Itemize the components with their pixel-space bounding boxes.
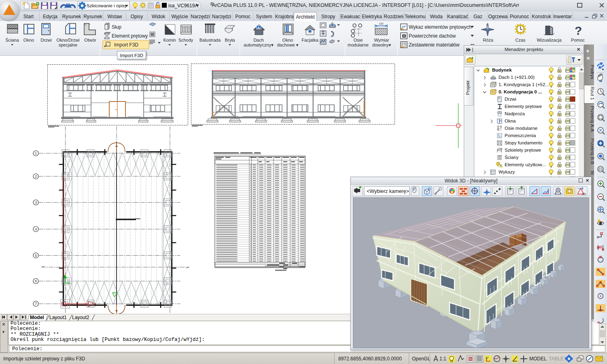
svg-text:4: 4 bbox=[35, 227, 37, 231]
svg-text:100: 100 bbox=[379, 22, 384, 25]
svg-text:Szkicowanie i opisy: Szkicowanie i opisy bbox=[87, 3, 127, 8]
svg-text:6: 6 bbox=[35, 279, 37, 283]
svg-text:?: ? bbox=[575, 24, 582, 37]
svg-text:1: 1 bbox=[35, 151, 37, 155]
svg-text:7: 7 bbox=[35, 302, 37, 306]
svg-text:A: A bbox=[257, 26, 260, 30]
svg-text:5: 5 bbox=[35, 254, 37, 258]
svg-text:N: N bbox=[486, 23, 488, 26]
svg-text:1:1: 1:1 bbox=[439, 356, 446, 362]
svg-text:<Wybierz kamerę>: <Wybierz kamerę> bbox=[367, 188, 409, 194]
svg-text:TABLET: TABLET bbox=[549, 356, 567, 362]
svg-text:isa_VC9619A: isa_VC9619A bbox=[168, 3, 198, 8]
svg-text:2: 2 bbox=[35, 174, 37, 178]
svg-text:3: 3 bbox=[35, 201, 37, 205]
svg-text:MODEL: MODEL bbox=[529, 356, 547, 362]
svg-text:3D: 3D bbox=[582, 192, 586, 196]
